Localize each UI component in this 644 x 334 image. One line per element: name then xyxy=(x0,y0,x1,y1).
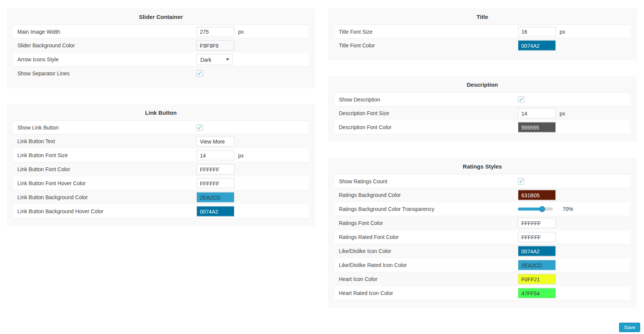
row-like-dislike-icon-color: Like/Dislike Icon Color xyxy=(335,244,630,258)
row-control: Dark xyxy=(196,54,233,65)
row-arrow-icons-style: Arrow Icons StyleDark xyxy=(13,53,309,67)
selected-option-label: Dark xyxy=(200,56,212,62)
like-dislike-icon-color-input[interactable] xyxy=(518,246,556,256)
unit-label: px xyxy=(560,29,565,35)
link-button-background-hover-color-input[interactable] xyxy=(196,206,234,217)
setting-label: Like/Dislike Icon Color xyxy=(339,248,391,254)
row-ratings-font-color: Ratings Font Color xyxy=(335,216,630,230)
save-row: Save xyxy=(619,323,640,332)
row-control xyxy=(196,206,234,217)
row-control: px xyxy=(518,108,565,119)
link-button-font-color-input[interactable] xyxy=(196,164,234,175)
row-description-font-color: Description Font Color xyxy=(335,120,630,134)
row-control xyxy=(518,122,556,133)
checkmark-icon: ✓ xyxy=(197,124,202,130)
link-button-font-size-input[interactable] xyxy=(196,150,234,161)
row-control xyxy=(196,192,234,203)
row-control: ✓ xyxy=(196,124,203,131)
save-button[interactable]: Save xyxy=(619,323,640,332)
show-separator-lines-checkbox[interactable]: ✓ xyxy=(196,70,203,77)
setting-label: Ratings Background Color Transparency xyxy=(339,206,434,212)
row-control: 70% xyxy=(518,206,573,212)
row-show-ratings-count: Show Ratings Count✓ xyxy=(335,174,630,188)
left-column: Slider ContainerMain Image WidthpxSlider… xyxy=(6,8,315,242)
row-control xyxy=(196,178,234,189)
setting-label: Slider Background Color xyxy=(17,42,75,48)
checkmark-icon: ✓ xyxy=(519,178,524,184)
ratings-background-color-transparency-slider[interactable] xyxy=(518,208,553,211)
show-ratings-count-checkbox[interactable]: ✓ xyxy=(518,178,524,184)
row-slider-background-color: Slider Background Color xyxy=(13,39,309,53)
ratings-background-color-input[interactable] xyxy=(518,190,556,200)
description-font-size-input[interactable] xyxy=(518,108,556,119)
show-link-button-checkbox[interactable]: ✓ xyxy=(196,124,203,131)
panel-title: Description xyxy=(335,78,630,92)
slider-background-color-input[interactable] xyxy=(196,41,234,51)
row-control xyxy=(518,41,556,51)
plugin-settings-page: Slider ContainerMain Image WidthpxSlider… xyxy=(0,0,644,334)
setting-label: Link Button Background Color xyxy=(17,194,88,200)
row-heart-icon-color: Heart Icon Color xyxy=(335,272,630,286)
right-column: TitleTitle Font SizepxTitle Font ColorDe… xyxy=(328,8,637,324)
show-description-checkbox[interactable]: ✓ xyxy=(518,96,524,103)
setting-label: Link Button Font Hover Color xyxy=(17,180,86,186)
main-image-width-input[interactable] xyxy=(196,27,234,37)
row-control: ✓ xyxy=(518,178,524,184)
panel-title: TitleTitle Font SizepxTitle Font Color xyxy=(328,8,637,60)
setting-label: Link Button Text xyxy=(17,138,55,144)
row-link-button-background-hover-color: Link Button Background Hover Color xyxy=(13,204,309,219)
checkmark-icon: ✓ xyxy=(197,70,202,76)
panel-title: Link Button xyxy=(13,106,309,120)
row-control xyxy=(196,41,234,51)
row-like-dislike-rated-icon-color: Like/Dislike Rated Icon Color xyxy=(335,258,630,272)
row-main-image-width: Main Image Widthpx xyxy=(13,25,309,39)
checkmark-icon: ✓ xyxy=(519,96,524,102)
slider-thumb[interactable] xyxy=(540,206,545,212)
link-button-text-input[interactable] xyxy=(196,136,234,147)
unit-label: px xyxy=(238,29,244,35)
row-control xyxy=(518,190,556,200)
row-control xyxy=(518,246,556,256)
row-control: px xyxy=(518,27,565,37)
row-link-button-background-color: Link Button Background Color xyxy=(13,190,309,204)
setting-label: Description Font Color xyxy=(339,124,391,130)
heart-icon-color-input[interactable] xyxy=(518,274,556,284)
like-dislike-rated-icon-color-input[interactable] xyxy=(518,260,556,270)
link-button-background-color-input[interactable] xyxy=(196,192,234,203)
ratings-rated-font-color-input[interactable] xyxy=(518,232,556,242)
row-link-button-font-hover-color: Link Button Font Hover Color xyxy=(13,176,309,190)
row-ratings-background-color-transparency: Ratings Background Color Transparency70% xyxy=(335,202,630,216)
panel-title: Title xyxy=(335,11,630,25)
description-font-color-input[interactable] xyxy=(518,122,556,133)
title-font-color-input[interactable] xyxy=(518,41,556,51)
setting-label: Ratings Rated Font Color xyxy=(339,234,399,240)
setting-label: Link Button Font Color xyxy=(17,166,70,172)
setting-label: Description Font Size xyxy=(339,110,389,116)
setting-label: Main Image Width xyxy=(17,29,60,35)
row-control: ✓ xyxy=(518,96,524,103)
row-link-button-text: Link Button Text xyxy=(13,134,309,148)
row-link-button-font-size: Link Button Font Sizepx xyxy=(13,148,309,162)
panel-title: Slider Container xyxy=(13,11,309,25)
panel-title: Ratings Styles xyxy=(335,160,630,174)
row-control xyxy=(196,136,234,147)
ratings-font-color-input[interactable] xyxy=(518,218,556,228)
title-font-size-input[interactable] xyxy=(518,27,556,37)
link-button-font-hover-color-input[interactable] xyxy=(196,178,234,189)
row-control xyxy=(518,260,556,270)
setting-label: Heart Rated Icon Color xyxy=(339,290,393,296)
row-link-button-font-color: Link Button Font Color xyxy=(13,162,309,176)
row-description-font-size: Description Font Sizepx xyxy=(335,106,630,120)
arrow-icons-style-select[interactable]: Dark xyxy=(196,54,233,65)
panel-ratings-styles: Ratings StylesShow Ratings Count✓Ratings… xyxy=(328,158,637,308)
setting-label: Heart Icon Color xyxy=(339,276,377,282)
row-title-font-color: Title Font Color xyxy=(335,39,630,53)
row-control xyxy=(518,232,556,242)
row-control: px xyxy=(196,27,244,37)
setting-label: Like/Dislike Rated Icon Color xyxy=(339,262,407,268)
row-title-font-size: Title Font Sizepx xyxy=(335,25,630,39)
heart-rated-icon-color-input[interactable] xyxy=(518,288,556,298)
setting-label: Title Font Color xyxy=(339,42,375,48)
setting-label: Title Font Size xyxy=(339,29,373,35)
setting-label: Show Separator Lines xyxy=(17,70,70,76)
